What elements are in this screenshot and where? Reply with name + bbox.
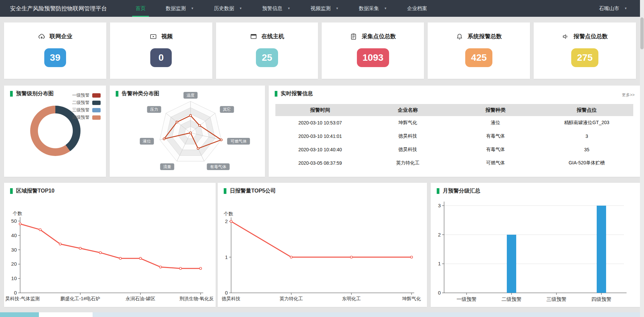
panel-alarm-type-distribution: 告警种类分布图 温度其它可燃气体有毒气体流量液位压力: [110, 86, 265, 177]
svg-text:2: 2: [438, 232, 441, 237]
cell-enterprise: 德昊科技: [365, 133, 451, 139]
cell-alarm-type: 有毒气体: [451, 147, 540, 153]
region-selector[interactable]: 石嘴山市 ▼: [599, 5, 627, 12]
svg-text:40: 40: [11, 232, 17, 238]
chevron-down-icon: ▼: [191, 7, 194, 10]
legend-swatch: [92, 115, 101, 120]
legend-label: 三级预警: [72, 107, 90, 113]
legend-item-level2[interactable]: 二级预警: [72, 99, 101, 106]
legend-item-level4[interactable]: 四级预警: [72, 114, 101, 121]
svg-text:0: 0: [438, 290, 441, 296]
svg-text:可燃气体: 可燃气体: [230, 139, 247, 144]
svg-text:0: 0: [225, 290, 228, 296]
donut-hole: [38, 113, 73, 148]
legend-label: 二级预警: [72, 100, 90, 106]
svg-text:3: 3: [438, 203, 441, 208]
svg-text:英力特化工: 英力特化工: [279, 296, 303, 301]
panel-title: 告警种类分布图: [122, 90, 159, 97]
svg-text:四级预警: 四级预警: [591, 296, 611, 302]
scrollbar-thumb[interactable]: [640, 17, 644, 49]
svg-text:流量: 流量: [163, 164, 171, 169]
monthly-summary-bar-chart: 0123一级预警二级预警三级预警四级预警: [431, 183, 640, 307]
svg-text:0: 0: [14, 290, 17, 296]
svg-text:压力: 压力: [150, 107, 158, 112]
svg-text:液位: 液位: [143, 139, 151, 144]
stat-label: 联网企业: [50, 33, 72, 40]
cell-alarm-type: 可燃气体: [451, 160, 540, 166]
panel-title: 实时报警信息: [281, 90, 313, 97]
stat-value-badge: 0: [150, 48, 172, 67]
svg-text:昊科技-气体监测: 昊科技-气体监测: [5, 296, 40, 301]
svg-text:其它: 其它: [223, 107, 231, 112]
stat-label: 报警点位总数: [574, 33, 608, 40]
nav-item-label: 数据采集: [359, 5, 379, 12]
nav-item-label: 企业档案: [407, 5, 427, 12]
stat-label: 采集点位总数: [362, 33, 396, 40]
cell-alarm-point: 精醇南罐液位GT_203: [540, 120, 633, 126]
panel-monthly-warning-summary: 月预警分级汇总 0123一级预警二级预警三级预警四级预警: [431, 183, 640, 307]
table-row[interactable]: 2020-03-10 10:41:01 德昊科技 有毒气体 3: [275, 129, 633, 143]
svg-text:鹏盛化工-1#电石炉: 鹏盛化工-1#电石炉: [60, 296, 100, 301]
svg-text:荆洪生物-氧化反: 荆洪生物-氧化反: [179, 296, 214, 301]
svg-text:20: 20: [11, 261, 17, 267]
panel-title-marker: [116, 91, 118, 97]
main-menu: 首页 数据监测 ▼ 历史数据 ▼ 预警信息 ▼ 视频监测 ▼ 数据采集 ▼ 企业…: [125, 0, 437, 17]
cell-alarm-time: 2020-03-05 08:37:59: [275, 160, 365, 166]
nav-item-data-monitor[interactable]: 数据监测 ▼: [156, 0, 204, 17]
cell-alarm-point: 3: [540, 134, 633, 139]
stat-card-connected-enterprises: 联网企业 39: [4, 22, 106, 79]
speaker-icon: [562, 33, 569, 40]
legend-swatch: [92, 108, 101, 112]
stat-label: 系统报警总数: [468, 33, 502, 40]
stat-value-badge: 1093: [357, 48, 389, 67]
panel-title-marker: [224, 188, 226, 194]
svg-text:一级预警: 一级预警: [457, 296, 477, 302]
nav-item-warning-info[interactable]: 预警信息 ▼: [252, 0, 301, 17]
nav-item-history-data[interactable]: 历史数据 ▼: [204, 0, 252, 17]
nav-item-data-collect[interactable]: 数据采集 ▼: [349, 0, 397, 17]
legend-item-level1[interactable]: 一级预警: [72, 92, 101, 99]
svg-text:个数: 个数: [223, 211, 233, 216]
column-header-point: 报警点位: [540, 107, 633, 113]
panel-daily-alarm-top5: 日报警量TOP5公司 个数012德昊科技英力特化工东明化工坤辉气化: [218, 183, 427, 307]
panel-warning-level-distribution: 预警级别分布图 一级预警 二级预警 三级预警 四级预警: [4, 86, 106, 177]
more-link[interactable]: 更多>>: [622, 92, 635, 98]
cell-enterprise: 坤辉气化: [365, 120, 451, 126]
panel-title-marker: [275, 91, 277, 97]
legend-swatch: [92, 93, 101, 98]
nav-item-video-monitor[interactable]: 视频监测 ▼: [301, 0, 349, 17]
legend-label: 一级预警: [72, 92, 90, 98]
cell-enterprise: 德昊科技: [365, 147, 451, 153]
chevron-down-icon: ▼: [624, 7, 627, 10]
legend-item-level3[interactable]: 三级预警: [72, 106, 101, 114]
panel-title: 预警级别分布图: [16, 90, 54, 97]
svg-text:1: 1: [225, 254, 228, 260]
svg-text:三级预警: 三级预警: [546, 296, 567, 302]
svg-text:有毒气体: 有毒气体: [210, 164, 226, 169]
svg-text:1: 1: [438, 261, 441, 266]
nav-item-home[interactable]: 首页: [125, 0, 156, 17]
bell-icon: [456, 33, 463, 40]
table-row[interactable]: 2020-03-05 08:37:59 英力特化工 可燃气体 GIA-520单体…: [275, 156, 633, 170]
table-row[interactable]: 2020-03-10 10:40:40 德昊科技 有毒气体 35: [275, 143, 633, 156]
legend-label: 四级预警: [72, 114, 90, 120]
svg-text:永润石油-罐区: 永润石油-罐区: [125, 296, 155, 301]
nav-item-label: 预警信息: [262, 5, 282, 12]
scrollbar-track[interactable]: [640, 0, 644, 317]
svg-text:德昊科技: 德昊科技: [221, 296, 240, 301]
region-label: 石嘴山市: [599, 5, 619, 12]
chevron-down-icon: ▼: [287, 7, 290, 10]
column-header-enterprise: 企业名称: [365, 107, 451, 113]
stat-card-online-hosts: 在线主机 25: [216, 22, 318, 79]
cell-alarm-time: 2020-03-10 10:53:07: [275, 120, 365, 125]
svg-text:温度: 温度: [186, 93, 195, 98]
cell-alarm-time: 2020-03-10 10:40:40: [275, 147, 365, 152]
table-row[interactable]: 2020-03-10 10:53:07 坤辉气化 液位 精醇南罐液位GT_203: [275, 116, 633, 129]
nav-item-label: 数据监测: [166, 5, 186, 12]
footer-strip-white: [39, 312, 93, 317]
monitor-icon: [250, 33, 257, 40]
alarm-type-radar-chart: 温度其它可燃气体有毒气体流量液位压力: [110, 86, 265, 177]
stat-value-badge: 275: [571, 48, 598, 67]
nav-item-enterprise-archive[interactable]: 企业档案: [397, 0, 437, 17]
panel-title-marker: [10, 91, 13, 97]
